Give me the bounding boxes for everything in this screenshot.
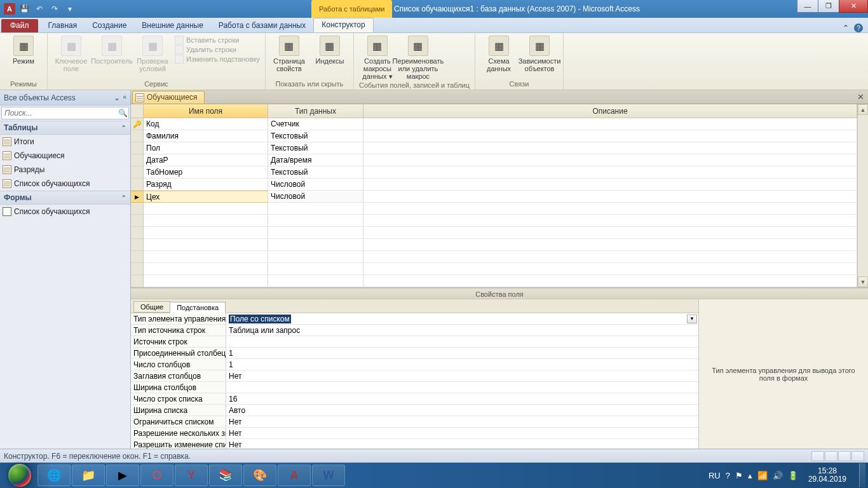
field-row[interactable]: ЦехЧисловой xyxy=(144,191,857,203)
qat-customize-icon[interactable]: ▾ xyxy=(64,3,76,15)
property-row[interactable]: Заглавия столбцовНет xyxy=(131,370,698,382)
ribbon-button[interactable]: ▦Создать макросы данных ▾ xyxy=(359,36,396,80)
undo-icon[interactable]: ↶ xyxy=(33,3,46,15)
field-row-empty[interactable] xyxy=(144,203,857,215)
property-value[interactable]: 16 xyxy=(226,393,698,404)
category-tables[interactable]: Таблицы ⌃ xyxy=(0,121,130,135)
collapse-icon[interactable]: ⌃ xyxy=(121,194,126,201)
property-row[interactable]: Ширина спискаАвто xyxy=(131,405,698,416)
field-row-empty[interactable] xyxy=(144,227,857,239)
property-value[interactable]: 1 xyxy=(226,359,698,370)
row-selector[interactable] xyxy=(131,179,143,191)
help-tray-icon[interactable]: ? xyxy=(726,471,730,480)
field-row[interactable]: ДатаРДата/время xyxy=(144,154,857,166)
field-name-cell[interactable]: Фамилия xyxy=(144,130,268,142)
view-form-icon[interactable] xyxy=(851,451,864,461)
property-row[interactable]: Ограничиться спискомНет xyxy=(131,416,698,428)
field-type-cell[interactable]: Числовой xyxy=(268,179,363,191)
field-desc-cell[interactable] xyxy=(363,142,857,154)
navpane-header[interactable]: Все объекты Access ⌄« xyxy=(0,90,130,105)
property-row[interactable]: Тип элемента управленияПоле со списком▼ xyxy=(131,313,698,325)
nav-form-item[interactable]: Список обучающихся xyxy=(0,205,130,219)
taskbar-word[interactable]: W xyxy=(312,464,345,486)
property-tab[interactable]: Общие xyxy=(133,301,170,313)
field-name-cell[interactable]: Цех xyxy=(144,191,268,203)
field-name-cell[interactable]: Разряд xyxy=(144,179,268,191)
row-selector[interactable] xyxy=(131,215,143,227)
ribbon-button[interactable]: ▦Режим xyxy=(5,36,42,65)
row-selector[interactable] xyxy=(131,130,143,142)
tab-design[interactable]: Конструктор xyxy=(313,18,373,32)
row-selector[interactable] xyxy=(131,142,143,154)
view-sql-icon[interactable] xyxy=(838,451,851,461)
property-row[interactable]: Число строк списка16 xyxy=(131,393,698,405)
header-fieldname[interactable]: Имя поля xyxy=(144,104,268,118)
field-desc-cell[interactable] xyxy=(363,191,857,203)
tab-home[interactable]: Главная xyxy=(41,19,85,32)
property-row[interactable]: Присоединенный столбец1 xyxy=(131,348,698,359)
row-selector[interactable] xyxy=(131,239,143,251)
property-value[interactable]: Авто xyxy=(226,405,698,416)
ribbon-minimize-icon[interactable]: ⌃ xyxy=(843,24,849,32)
save-icon[interactable]: 💾 xyxy=(18,3,31,15)
field-row-empty[interactable] xyxy=(144,215,857,227)
volume-icon[interactable]: 🔊 xyxy=(773,471,783,480)
taskbar-explorer[interactable]: 📁 xyxy=(72,464,105,486)
property-value[interactable]: Нет xyxy=(226,416,698,427)
ribbon-button[interactable]: ▦Схема данных xyxy=(480,36,517,72)
taskbar-winrar[interactable]: 📚 xyxy=(209,464,242,486)
document-close-icon[interactable]: ✕ xyxy=(857,92,864,102)
search-input[interactable] xyxy=(2,109,117,118)
row-selector[interactable] xyxy=(131,263,143,275)
nav-table-item[interactable]: Обучающиеся xyxy=(0,149,130,163)
property-value[interactable]: Таблица или запрос xyxy=(226,325,698,336)
tab-externaldata[interactable]: Внешние данные xyxy=(134,19,211,32)
row-selector[interactable] xyxy=(131,166,143,179)
property-row[interactable]: Разрешить изменение спиНет xyxy=(131,439,698,449)
property-row[interactable]: Источник строк xyxy=(131,336,698,348)
property-value[interactable]: Поле со списком▼ xyxy=(226,313,698,324)
ribbon-button[interactable]: ▦Страница свойств xyxy=(271,36,308,72)
field-row[interactable]: РазрядЧисловой xyxy=(144,179,857,191)
dropdown-icon[interactable]: ▼ xyxy=(687,315,697,323)
scroll-down-icon[interactable]: ▼ xyxy=(858,276,868,287)
field-row[interactable]: ПолТекстовый xyxy=(144,142,857,154)
maximize-button[interactable]: ❐ xyxy=(818,0,839,13)
field-type-cell[interactable]: Счетчик xyxy=(268,118,363,130)
taskbar-ie[interactable]: 🌐 xyxy=(37,464,71,486)
file-tab[interactable]: Файл xyxy=(1,19,38,32)
ribbon-button[interactable]: ▦Индексы xyxy=(311,36,348,65)
start-button[interactable] xyxy=(3,463,37,488)
taskbar-access[interactable]: A xyxy=(278,464,311,486)
field-type-cell[interactable]: Текстовый xyxy=(268,166,363,179)
property-row[interactable]: Разрешение нескольких знНет xyxy=(131,428,698,439)
nav-table-item[interactable]: Разряды xyxy=(0,163,130,177)
property-row[interactable]: Число столбцов1 xyxy=(131,359,698,370)
field-name-cell[interactable]: Пол xyxy=(144,142,268,154)
collapse-icon[interactable]: ⌃ xyxy=(121,125,126,131)
property-value[interactable] xyxy=(226,382,698,393)
network-icon[interactable]: 📶 xyxy=(757,471,768,480)
view-datasheet-icon[interactable] xyxy=(811,451,824,461)
nav-table-item[interactable]: Итоги xyxy=(0,135,130,149)
nav-table-item[interactable]: Список обучающихся xyxy=(0,177,130,191)
field-name-cell[interactable]: ДатаР xyxy=(144,154,268,166)
search-icon[interactable]: 🔍 xyxy=(117,107,128,119)
field-row-empty[interactable] xyxy=(144,251,857,263)
field-type-cell[interactable]: Дата/время xyxy=(268,154,363,166)
field-desc-cell[interactable] xyxy=(363,166,857,179)
tab-create[interactable]: Создание xyxy=(85,19,134,32)
document-tab[interactable]: Обучающиеся xyxy=(132,91,205,104)
field-type-cell[interactable]: Числовой xyxy=(268,191,363,203)
row-selector[interactable]: 🔑 xyxy=(131,118,143,130)
row-selector[interactable] xyxy=(131,203,143,215)
redo-icon[interactable]: ↷ xyxy=(48,3,61,15)
power-icon[interactable]: 🔋 xyxy=(788,471,798,480)
action-center-icon[interactable]: ⚑ xyxy=(735,471,743,480)
view-design-icon[interactable] xyxy=(825,451,837,461)
clock[interactable]: 15:28 29.04.2019 xyxy=(803,467,851,484)
row-selector[interactable] xyxy=(131,251,143,263)
row-selector[interactable] xyxy=(131,154,143,166)
field-row-empty[interactable] xyxy=(144,239,857,251)
field-row[interactable]: КодСчетчик xyxy=(144,118,857,130)
